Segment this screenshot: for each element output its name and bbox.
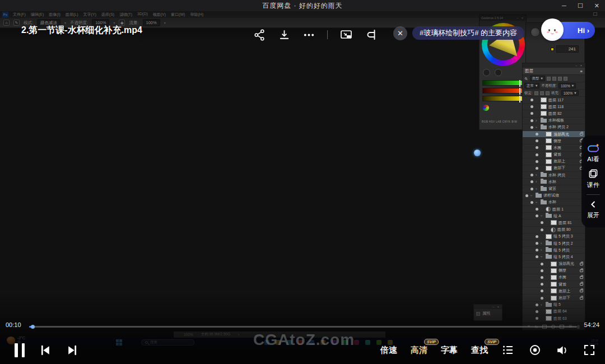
visibility-eye-icon[interactable] [534,166,539,170]
topic-pill[interactable]: #玻璃杯绘制技巧# 的主要内容 [412,26,524,40]
visibility-eye-icon[interactable] [534,302,539,307]
expand-caret-icon[interactable] [541,255,544,259]
layer-row[interactable]: 水杯 [523,179,585,185]
expand-caret-icon[interactable] [536,187,539,191]
fullscreen-icon[interactable] [583,343,596,357]
visibility-eye-icon[interactable] [529,118,534,123]
ps-menu-item[interactable]: 文件(F) [13,12,26,17]
ps-menu-item[interactable]: 窗口(W) [171,12,185,17]
previous-button[interactable] [38,343,52,357]
visibility-eye-icon[interactable] [529,125,534,129]
layer-row[interactable]: 背后 [523,281,585,288]
layer-row[interactable]: 组 5 拷贝 4 [523,254,585,260]
visibility-eye-icon[interactable] [534,309,539,314]
visibility-eye-icon[interactable] [539,262,544,266]
layer-opacity-select[interactable]: 100%▾ [559,83,576,88]
layer-row[interactable]: 课程试做 [523,193,585,199]
layer-row[interactable]: 底部上 [523,158,585,165]
layer-row[interactable]: 图层 63 [523,315,585,322]
visibility-eye-icon[interactable] [534,241,539,246]
layer-row[interactable]: 水杯 拷贝 [523,172,585,179]
visibility-eye-icon[interactable] [529,111,534,116]
layer-row[interactable]: 图层 82 [523,110,585,117]
visibility-eye-icon[interactable] [529,98,534,102]
layer-row[interactable]: 图层 64 [523,309,585,315]
visibility-eye-icon[interactable] [534,255,539,259]
dial-icon[interactable] [483,69,490,76]
layer-row[interactable]: 背后 [523,152,585,158]
panel-minimize-close-icons[interactable]: – × [575,64,583,67]
play-icon[interactable] [495,69,502,76]
expand-caret-icon[interactable] [536,173,539,177]
filter-text-icon[interactable] [558,77,562,81]
visibility-eye-icon[interactable] [534,234,539,239]
progress-bar[interactable] [29,326,577,328]
dial-icon[interactable] [530,27,540,37]
visibility-eye-icon[interactable] [534,139,539,143]
filter-pixel-icon[interactable] [547,77,551,81]
ps-menu-item[interactable]: 图像(I) [49,12,61,17]
layer-row[interactable]: 水面 [523,274,585,281]
visibility-eye-icon[interactable] [534,207,539,212]
expand-caret-icon[interactable] [536,200,539,204]
delete-layer-icon[interactable]: 🗑︎ [576,325,580,329]
layer-row[interactable]: 图层 118 [523,104,585,110]
panel-minimize-close-icons[interactable]: – × [492,305,500,309]
slider-red[interactable] [482,88,524,94]
video-area[interactable]: Ps 文件(F)编辑(E)图像(I)图层(L)文字(Y)选择(S)滤镜(T)3D… [0,11,605,364]
expand-caret-icon[interactable] [541,303,544,307]
layer-row[interactable]: 侧壁 [523,268,585,274]
flow-select[interactable]: 100% [143,19,160,26]
visibility-eye-icon[interactable] [539,221,544,225]
visibility-eye-icon[interactable] [529,186,534,191]
layer-row[interactable]: 组 5 拷贝 2 [523,240,585,247]
layer-row[interactable]: 底部上 [523,288,585,295]
download-icon[interactable] [278,29,291,41]
slider-yellow[interactable] [482,96,524,101]
layer-row[interactable]: 水杯模板 [523,118,585,124]
color-swatch-icon[interactable] [483,105,489,111]
layer-row[interactable]: 顶部高光 [523,261,585,268]
ps-menu-item[interactable]: 3D(D) [137,12,148,17]
ps-menu-item[interactable]: 图层(L) [66,12,78,17]
pause-button[interactable] [15,343,25,357]
layer-row[interactable]: 侧壁 [523,138,585,144]
slider-green[interactable] [482,80,524,86]
panel-minimize-close-icons[interactable]: – × [516,16,524,20]
visibility-eye-icon[interactable] [534,132,539,137]
visibility-eye-icon[interactable] [524,193,529,198]
expand-caret-icon[interactable] [536,119,539,123]
layer-row[interactable]: 组 A [523,213,585,220]
value-field[interactable]: 241 [556,45,579,53]
visibility-eye-icon[interactable] [539,275,544,279]
ai-assistant-button[interactable]: Hi › [544,22,595,39]
layer-row[interactable]: 图层 81 [523,220,585,226]
filter-shape-icon[interactable] [564,77,567,81]
layer-row[interactable]: 背景 [523,185,585,192]
progress-handle[interactable] [31,325,35,329]
layer-row[interactable]: 组 5 拷贝 [523,247,585,254]
maximize-icon[interactable]: ☐ [578,3,583,9]
next-button[interactable] [66,343,80,357]
expand-caret-icon[interactable] [530,194,534,198]
visibility-eye-icon[interactable] [539,296,544,300]
volume-icon[interactable] [555,343,569,357]
cast-icon[interactable] [365,28,378,41]
playlist-icon[interactable] [501,343,515,357]
layer-row[interactable]: 图层 117 [523,97,585,104]
sidebar-item-courseware[interactable]: 课件 [587,168,599,189]
color-mode-labels[interactable]: RGB HSV LAB CMYK B/W [482,120,525,123]
expand-caret-icon[interactable] [541,248,544,252]
visibility-eye-icon[interactable] [539,289,544,293]
ps-menu-item[interactable]: 视图(V) [153,12,166,17]
record-target-icon[interactable] [528,343,542,357]
visibility-eye-icon[interactable] [534,248,539,253]
layer-row[interactable]: 水面 [523,144,585,151]
visibility-eye-icon[interactable] [534,214,539,218]
visibility-eye-icon[interactable] [529,200,534,204]
sidebar-item-ai-view[interactable]: AI看 [587,143,599,164]
visibility-eye-icon[interactable] [539,227,544,232]
visibility-eye-icon[interactable] [534,146,539,150]
visibility-eye-icon[interactable] [534,152,539,157]
filter-type-select[interactable]: 类型▾ [530,76,545,81]
